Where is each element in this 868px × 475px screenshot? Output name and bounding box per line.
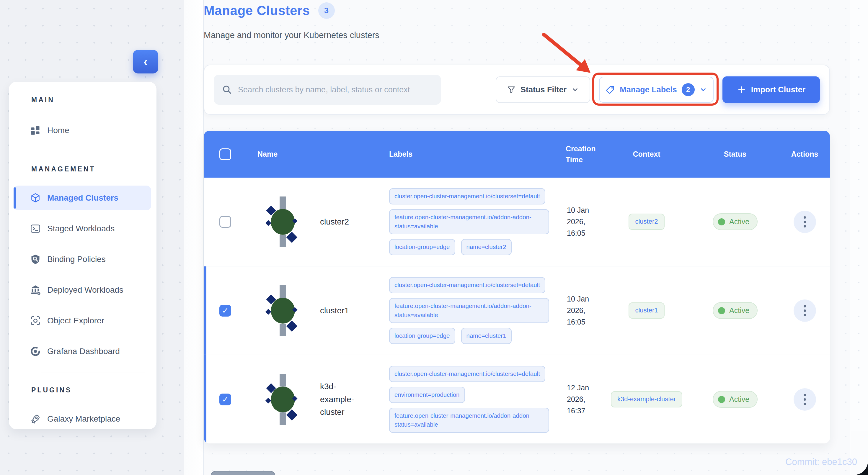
cluster-name: cluster2 xyxy=(320,215,360,228)
sidebar-divider xyxy=(41,373,145,373)
manage-labels-button[interactable]: Manage Labels 2 xyxy=(599,77,714,103)
label-chip: location-group=edge xyxy=(389,328,455,344)
status-filter-label: Status Filter xyxy=(521,85,566,94)
label-chip: location-group=edge xyxy=(389,239,455,255)
sidebar-item-galaxy-marketplace[interactable]: Galaxy Marketplace xyxy=(13,407,151,429)
status-dot-icon xyxy=(718,218,725,226)
label-chip: feature.open-cluster-management.io/addon… xyxy=(389,209,549,235)
partial-bottom-button[interactable] xyxy=(211,471,275,475)
sidebar-item-label: Grafana Dashboard xyxy=(47,347,120,356)
sidebar-item-label: Managed Clusters xyxy=(47,193,118,203)
clusters-table: Name Labels Creation Time Context Status… xyxy=(204,131,830,443)
sidebar-item-label: Home xyxy=(47,126,69,135)
scan-focus-icon xyxy=(30,315,41,326)
ellipsis-icon xyxy=(804,305,806,307)
label-chips: cluster.open-cluster-management.io/clust… xyxy=(360,266,549,354)
column-header-status: Status xyxy=(691,150,779,159)
sidebar-item-label: Galaxy Marketplace xyxy=(47,414,120,424)
sidebar-item-label: Object Explorer xyxy=(47,316,104,326)
label-chip: name=cluster1 xyxy=(461,328,512,344)
manage-labels-label: Manage Labels xyxy=(620,85,677,94)
chevron-down-icon xyxy=(571,86,579,94)
table-row[interactable]: ✓ cluster1 cluster.open-cluster-manageme… xyxy=(204,266,830,354)
right-scroll-gutter[interactable] xyxy=(850,0,868,475)
sidebar-item-label: Binding Policies xyxy=(47,255,106,264)
home-grid-icon xyxy=(30,125,41,136)
search-icon xyxy=(222,85,232,95)
context-chip: cluster2 xyxy=(628,214,664,230)
rocket-icon xyxy=(30,414,41,424)
status-label: Active xyxy=(729,217,749,226)
sidebar-item-binding-policies[interactable]: Binding Policies xyxy=(13,247,151,272)
status-dot-icon xyxy=(718,396,725,403)
bank-check-icon xyxy=(30,285,41,295)
cluster-logo-icon xyxy=(259,285,307,336)
search-box[interactable] xyxy=(214,75,441,105)
status-badge: Active xyxy=(713,391,757,408)
table-row[interactable]: ✓ k3d-example-cluster cluster.open-clust… xyxy=(204,354,830,443)
label-chip: name=cluster2 xyxy=(461,239,512,255)
sidebar-item-managed-clusters[interactable]: Managed Clusters xyxy=(13,185,151,210)
context-chip: cluster1 xyxy=(628,302,664,319)
label-chip: cluster.open-cluster-management.io/clust… xyxy=(389,366,545,382)
table-row[interactable]: cluster2 cluster.open-cluster-management… xyxy=(204,178,830,266)
import-cluster-button[interactable]: Import Cluster xyxy=(722,76,820,103)
status-label: Active xyxy=(729,395,749,404)
cluster-logo-icon xyxy=(259,197,307,247)
status-label: Active xyxy=(729,306,749,315)
row-checkbox[interactable] xyxy=(219,216,231,228)
label-chips: cluster.open-cluster-management.io/clust… xyxy=(360,355,549,443)
ellipsis-icon xyxy=(804,216,806,218)
sidebar-collapse-button[interactable]: ‹ xyxy=(133,50,158,73)
sidebar-gutter xyxy=(184,0,203,475)
sidebar-item-staged-workloads[interactable]: Staged Workloads xyxy=(13,216,151,241)
toolbar: Status Filter Manage Labels 2 Import Clu… xyxy=(204,65,830,115)
sidebar-section-management: MANAGEMENT xyxy=(31,165,156,173)
filter-funnel-icon xyxy=(507,85,516,94)
status-filter-button[interactable]: Status Filter xyxy=(496,76,590,103)
label-chips: cluster.open-cluster-management.io/clust… xyxy=(360,178,549,266)
column-header-context: Context xyxy=(602,150,691,159)
sidebar-section-plugins: PLUGINS xyxy=(31,386,156,394)
row-checkbox[interactable]: ✓ xyxy=(219,394,231,405)
column-header-actions: Actions xyxy=(779,150,830,159)
terminal-icon xyxy=(30,223,41,234)
page-title: Manage Clusters xyxy=(204,3,310,18)
row-actions-button[interactable] xyxy=(794,300,816,322)
tag-icon xyxy=(606,85,615,94)
corner-mask xyxy=(851,431,868,475)
creation-time: 12 Jan 2026, 16:37 xyxy=(549,382,599,416)
manage-labels-count-badge: 2 xyxy=(682,83,695,96)
search-input[interactable] xyxy=(238,85,427,94)
column-header-creation-time: Creation Time xyxy=(549,143,602,165)
cluster-name: k3d-example-cluster xyxy=(320,380,360,418)
select-all-checkbox[interactable] xyxy=(219,148,231,160)
label-chip: feature.open-cluster-management.io/addon… xyxy=(389,408,549,433)
row-actions-button[interactable] xyxy=(794,211,816,233)
cube-icon xyxy=(30,193,41,203)
ellipsis-icon xyxy=(804,394,806,396)
status-badge: Active xyxy=(713,213,757,230)
column-header-labels: Labels xyxy=(360,150,549,159)
status-dot-icon xyxy=(718,307,725,314)
sidebar: MAIN Home MANAGEMENT Managed Clusters xyxy=(9,82,156,429)
column-header-name: Name xyxy=(230,150,360,159)
cluster-logo-icon xyxy=(259,374,307,425)
row-actions-button[interactable] xyxy=(794,388,816,411)
sidebar-divider xyxy=(41,151,145,152)
status-badge: Active xyxy=(713,302,757,319)
app-window: ‹ MAIN Home MANAGEMENT Manage xyxy=(0,0,868,475)
sidebar-item-home[interactable]: Home xyxy=(13,118,151,143)
grafana-icon xyxy=(30,346,41,357)
sidebar-item-deployed-workloads[interactable]: Deployed Workloads xyxy=(13,278,151,302)
sidebar-item-grafana-dashboard[interactable]: Grafana Dashboard xyxy=(13,339,151,364)
sidebar-item-label: Deployed Workloads xyxy=(47,285,123,295)
label-chip: environment=production xyxy=(389,387,465,403)
row-checkbox[interactable]: ✓ xyxy=(219,305,231,316)
page-subtitle: Manage and monitor your Kubernetes clust… xyxy=(204,30,379,40)
sidebar-section-main: MAIN xyxy=(31,96,156,104)
label-chip: cluster.open-cluster-management.io/clust… xyxy=(389,277,545,293)
sidebar-item-object-explorer[interactable]: Object Explorer xyxy=(13,308,151,333)
creation-time: 10 Jan 2026, 16:05 xyxy=(549,293,599,328)
table-body: cluster2 cluster.open-cluster-management… xyxy=(204,178,830,443)
